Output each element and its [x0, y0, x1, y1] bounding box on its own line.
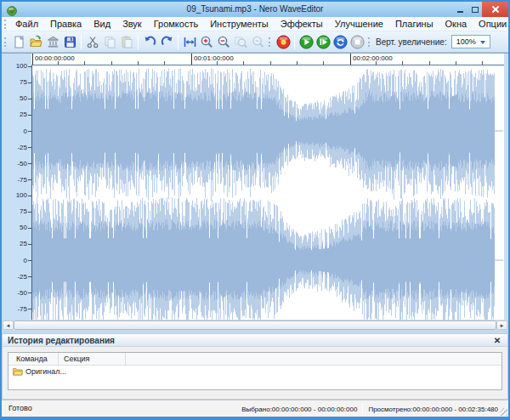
waveform-workarea: 00:00:00:00000:01:00:00000:02:00:000 100…: [2, 53, 508, 320]
axis-tick: [28, 163, 31, 164]
history-row[interactable]: Оригинал...: [8, 366, 502, 377]
scrollbar-thumb[interactable]: [14, 321, 496, 330]
axis-amplitude-label: 75: [3, 207, 27, 215]
play-button[interactable]: [298, 33, 314, 51]
zoom-selection-button: [232, 33, 249, 51]
menu-item-view[interactable]: Вид: [88, 17, 116, 31]
copy-button: [101, 33, 118, 51]
axis-amplitude-label: 100: [3, 191, 27, 199]
axis-tick: [28, 147, 31, 148]
axis-tick: [28, 309, 31, 309]
status-bar: Готово Выбрано:00:00:00:000 - 00:00:00:0…: [2, 400, 508, 417]
scroll-right-arrow[interactable]: ►: [496, 321, 507, 330]
axis-tick: [28, 212, 31, 213]
ruler-minor-tick: [111, 61, 112, 65]
history-panel-title: История редактирования: [8, 336, 115, 345]
fit-selection-button[interactable]: [181, 33, 198, 51]
ruler-minor-tick: [429, 61, 430, 65]
zoom-all-icon: [251, 35, 265, 49]
zoom-in-button[interactable]: [198, 33, 215, 51]
status-viewed-range: Просмотрено:00:00:00:000 - 00:02:35:480: [368, 406, 498, 413]
axis-amplitude-label: 50: [3, 94, 27, 102]
save-button[interactable]: [61, 33, 78, 51]
ruler-major-tick: [32, 54, 33, 65]
stop-icon: [350, 35, 365, 49]
ruler-time-label: 00:00:00:000: [35, 54, 75, 62]
toolbar-grip: [269, 37, 271, 47]
menu-item-audio[interactable]: Звук: [116, 17, 148, 31]
toolbar-grip: [368, 37, 371, 47]
chevron-down-icon[interactable]: [479, 37, 488, 46]
menu-item-windows[interactable]: Окна: [439, 17, 473, 31]
ruler-minor-tick: [323, 61, 324, 65]
horizontal-scrollbar[interactable]: ◄ ►: [2, 320, 508, 331]
library-button[interactable]: [44, 33, 61, 51]
menu-item-effects[interactable]: Эффекты: [275, 17, 329, 31]
ruler-minor-tick: [138, 61, 139, 65]
axis-amplitude-label: -25: [3, 144, 27, 151]
menu-item-edit[interactable]: Правка: [44, 17, 88, 31]
loop-play-button[interactable]: [332, 33, 348, 51]
zoom-selection-icon: [234, 35, 248, 49]
status-ready: Готово: [8, 404, 32, 412]
close-button[interactable]: [482, 2, 508, 17]
loop-play-icon: [333, 35, 348, 49]
vertical-zoom-label: Верт. увеличение:: [376, 37, 447, 47]
undo-button[interactable]: [141, 33, 158, 51]
record-button[interactable]: [275, 33, 292, 51]
cut-icon: [86, 35, 100, 49]
scroll-left-arrow[interactable]: ◄: [3, 321, 14, 330]
waveform-canvas[interactable]: [31, 65, 504, 321]
menu-item-plugins[interactable]: Плагины: [389, 17, 439, 31]
history-column-header[interactable]: Секция: [59, 353, 126, 365]
history-panel-header: История редактирования ✕: [3, 334, 507, 347]
axis-tick: [28, 228, 31, 229]
axis-tick: [28, 260, 31, 261]
history-panel-close-icon[interactable]: ✕: [492, 335, 502, 345]
menu-item-volume[interactable]: Громкость: [148, 17, 204, 31]
vertical-zoom-select[interactable]: 100%: [451, 35, 490, 48]
history-column-header[interactable]: Команда: [8, 353, 59, 365]
zoom-out-button[interactable]: [215, 33, 232, 51]
axis-amplitude-label: -75: [3, 305, 27, 313]
axis-amplitude-label: 50: [3, 224, 27, 231]
axis-tick: [28, 179, 31, 180]
axis-amplitude-label: 0: [3, 257, 27, 264]
minimize-icon: [457, 11, 463, 13]
paste-icon: [120, 35, 134, 49]
paste-button: [118, 33, 135, 51]
ruler-minor-tick: [217, 61, 218, 65]
title-bar: 09_Tsunami.mp3 - Nero WaveEditor: [2, 2, 508, 17]
ruler-major-tick: [191, 54, 192, 65]
axis-tick: [28, 115, 31, 116]
toolbar-separator: [81, 35, 82, 49]
stop-button[interactable]: [348, 33, 366, 51]
open-folder-button[interactable]: [27, 33, 44, 51]
new-file-button[interactable]: [10, 33, 27, 51]
axis-amplitude-label: 25: [3, 111, 27, 118]
axis-tick: [28, 196, 31, 196]
menu-item-enhancement[interactable]: Улучшение: [329, 17, 389, 31]
vertical-zoom-value: 100%: [456, 37, 476, 46]
time-ruler[interactable]: 00:00:00:00000:01:00:00000:02:00:000: [31, 54, 504, 65]
resize-grip[interactable]: [500, 408, 507, 416]
axis-amplitude-label: 100: [3, 62, 27, 70]
history-table: КомандаСекция Оригинал...: [8, 352, 502, 390]
menu-item-file[interactable]: Файл: [9, 17, 44, 31]
menu-item-options[interactable]: Опции: [473, 17, 510, 31]
menu-item-tools[interactable]: Инструменты: [204, 17, 275, 31]
close-icon: [492, 6, 499, 13]
ruler-minor-tick: [402, 61, 403, 65]
ruler-minor-tick: [270, 61, 271, 65]
zoom-all-button: [249, 33, 266, 51]
zoom-in-icon: [200, 35, 214, 49]
library-icon: [46, 35, 60, 49]
minimize-button[interactable]: [453, 2, 468, 17]
redo-button[interactable]: [158, 33, 175, 51]
play-file-button[interactable]: [314, 33, 332, 51]
maximize-button[interactable]: [468, 2, 482, 17]
cut-button[interactable]: [84, 33, 101, 51]
window-title: 09_Tsunami.mp3 - Nero WaveEditor: [2, 2, 508, 17]
new-file-icon: [12, 35, 26, 49]
axis-tick: [28, 276, 31, 277]
